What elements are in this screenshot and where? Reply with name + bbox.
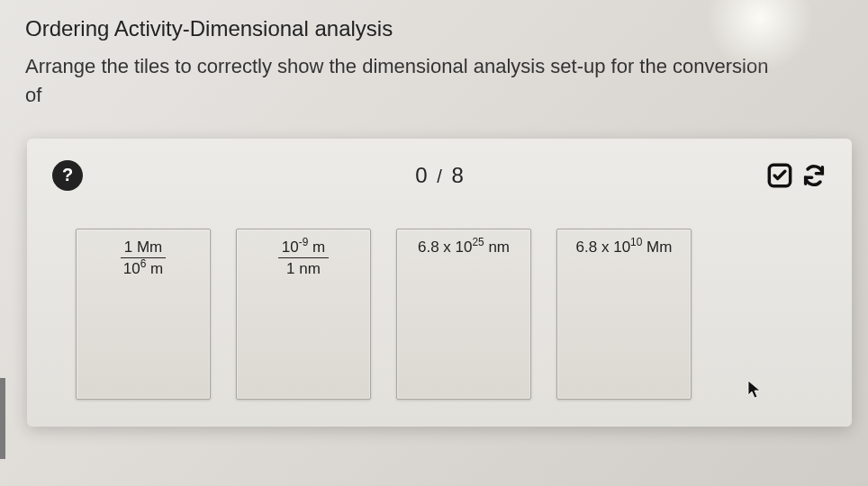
tile-3[interactable]: 6.8 x 1025 nm (396, 229, 531, 400)
tile-4[interactable]: 6.8 x 1010 Mm (556, 229, 692, 400)
score-current: 0 (415, 163, 427, 187)
tile-container: 1 Mm 106 m 10-9 m 1 nm 6.8 x 1025 nm 6.8… (52, 229, 827, 400)
toolbar: ? 0 / 8 (52, 160, 827, 191)
score-total: 8 (451, 163, 463, 187)
activity-title: Ordering Activity-Dimensional analysis (25, 16, 843, 41)
help-icon: ? (62, 165, 73, 185)
tile-fraction-bottom: 1 nm (244, 260, 363, 278)
tile-fraction-top: 1 Mm (121, 238, 167, 258)
tile-1[interactable]: 1 Mm 106 m (76, 229, 211, 400)
tile-fraction-bottom: 106 m (84, 260, 203, 278)
tile-value: 6.8 x 1025 nm (418, 238, 510, 256)
tile-value: 6.8 x 1010 Mm (576, 238, 673, 256)
activity-header: Ordering Activity-Dimensional analysis A… (0, 0, 868, 110)
help-button[interactable]: ? (52, 160, 83, 191)
reset-button[interactable] (801, 163, 827, 188)
refresh-icon (801, 163, 827, 188)
tile-2[interactable]: 10-9 m 1 nm (236, 229, 371, 400)
activity-card: ? 0 / 8 (27, 139, 852, 427)
tile-fraction-top: 10-9 m (278, 238, 329, 258)
check-icon (767, 163, 792, 188)
activity-instructions: Arrange the tiles to correctly show the … (25, 52, 843, 110)
score-display: 0 / 8 (415, 163, 464, 188)
check-button[interactable] (767, 163, 792, 188)
score-separator: / (437, 166, 442, 186)
